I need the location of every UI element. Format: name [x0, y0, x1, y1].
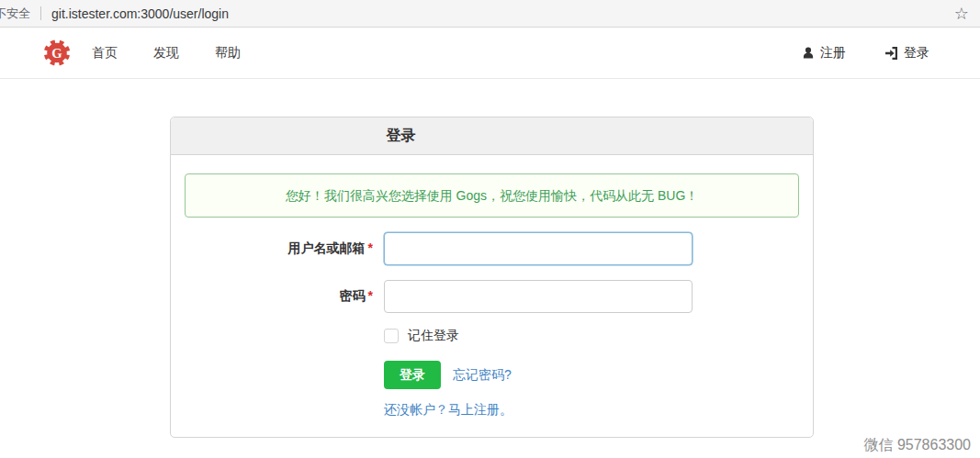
- password-input[interactable]: [384, 280, 693, 313]
- signin-link[interactable]: 登录: [884, 45, 929, 61]
- password-field-row: 密码*: [185, 280, 799, 313]
- register-label: 注册: [820, 45, 846, 61]
- navbar: G 首页 发现 帮助 注册 登录: [0, 28, 980, 79]
- remember-checkbox[interactable]: [384, 329, 399, 343]
- address-bar-divider: [40, 6, 41, 20]
- required-marker: *: [368, 288, 373, 303]
- username-field-row: 用户名或邮箱*: [185, 232, 799, 265]
- signup-row: 还没帐户？马上注册。: [384, 402, 799, 422]
- security-indicator[interactable]: 不安全: [0, 6, 30, 22]
- password-label: 密码*: [185, 288, 384, 305]
- nav-item-help[interactable]: 帮助: [215, 45, 241, 61]
- navbar-right: 注册 登录: [802, 45, 929, 61]
- register-link[interactable]: 注册: [802, 45, 846, 61]
- login-panel: 登录 您好！我们很高兴您选择使用 Gogs，祝您使用愉快，代码从此无 BUG！ …: [170, 117, 814, 438]
- wechat-watermark: 微信 957863300: [863, 436, 971, 455]
- remember-label[interactable]: 记住登录: [408, 328, 459, 344]
- browser-address-bar: 不安全 git.istester.com:3000/user/login ☆: [0, 0, 980, 28]
- url-text[interactable]: git.istester.com:3000/user/login: [51, 6, 229, 21]
- bookmark-star-icon[interactable]: ☆: [954, 6, 969, 22]
- required-marker: *: [368, 240, 373, 255]
- sign-in-icon: [884, 46, 898, 61]
- forgot-password-link[interactable]: 忘记密码?: [453, 367, 512, 384]
- username-input[interactable]: [384, 232, 693, 265]
- svg-text:G: G: [51, 46, 62, 61]
- person-icon: [802, 46, 815, 60]
- remember-row: 记住登录: [384, 328, 799, 344]
- action-row: 登录 忘记密码?: [384, 361, 799, 389]
- welcome-message: 您好！我们很高兴您选择使用 Gogs，祝您使用愉快，代码从此无 BUG！: [185, 173, 799, 218]
- login-panel-title: 登录: [171, 117, 813, 155]
- gogs-logo-icon[interactable]: G: [42, 39, 72, 67]
- signin-label: 登录: [904, 45, 929, 61]
- nav-item-home[interactable]: 首页: [92, 45, 118, 61]
- login-submit-button[interactable]: 登录: [384, 361, 441, 389]
- nav-item-explore[interactable]: 发现: [153, 45, 179, 61]
- signup-link[interactable]: 还没帐户？马上注册。: [384, 402, 513, 417]
- username-label: 用户名或邮箱*: [185, 240, 384, 257]
- login-form: 您好！我们很高兴您选择使用 Gogs，祝您使用愉快，代码从此无 BUG！ 用户名…: [171, 155, 813, 437]
